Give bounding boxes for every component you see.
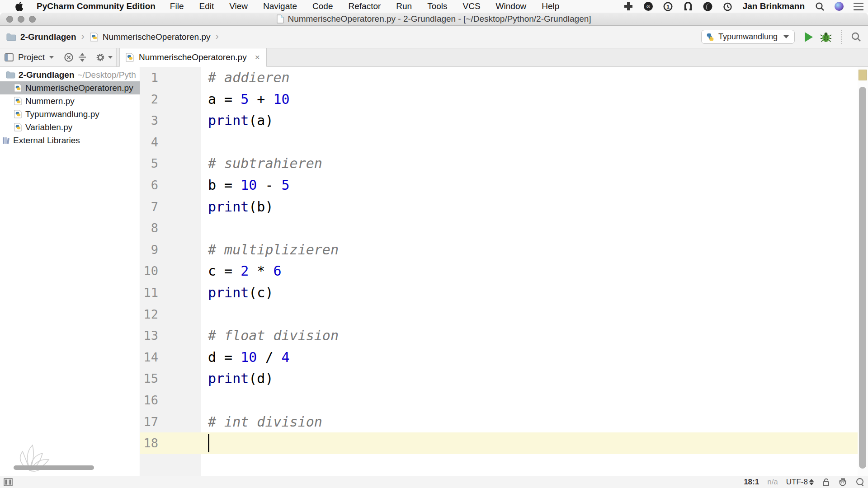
line-number: 17 [140,411,158,433]
editor-tab-strip: NummerischeOperatoren.py × [116,48,868,67]
navigation-toolbar: 2-Grundlagen › NummerischeOperatoren.py … [0,26,868,48]
breadcrumb-separator: › [81,31,85,42]
run-button[interactable] [805,32,813,42]
folder-icon [6,33,16,41]
tree-item-label: Nummern.py [25,96,75,106]
python-file-icon [14,97,22,105]
dark-circle-icon[interactable] [703,1,713,11]
code-line[interactable]: # multiplizieren [202,239,858,261]
breadcrumb-file[interactable]: NummerischeOperatoren.py [103,32,211,42]
project-tool-title[interactable]: Project [18,52,45,62]
chevron-down-icon[interactable] [108,56,113,59]
code-line[interactable]: # addieren [202,67,858,89]
file-encoding[interactable]: UTF-8 [786,478,814,487]
menu-navigate[interactable]: Navigate [263,1,297,11]
caret-position[interactable]: 18:1 [744,478,759,487]
folder-icon [6,71,15,79]
warning-stripe-marker[interactable] [859,70,867,80]
tree-item-label: NummerischeOperatoren.py [25,83,133,93]
menu-file[interactable]: File [170,1,184,11]
close-tab-icon[interactable]: × [255,52,260,62]
code-line[interactable]: b = 10 - 5 [202,174,858,196]
code-line[interactable]: print(c) [202,282,858,304]
time-machine-icon[interactable] [723,1,733,11]
breadcrumb-separator: › [216,31,219,42]
event-log-icon[interactable] [855,478,864,487]
menu-edit[interactable]: Edit [199,1,214,11]
line-number: 16 [140,389,158,411]
libraries-icon [2,136,10,145]
code-line[interactable]: # subtrahieren [202,153,858,174]
line-number: 4 [140,131,158,153]
line-number: 6 [140,174,158,196]
collapse-expand-icon[interactable] [78,52,86,62]
tree-item-label: Variablen.py [25,122,72,132]
breadcrumb-folder[interactable]: 2-Grundlagen [20,32,76,42]
status-bar: 18:1 n/a UTF-8 [0,476,868,488]
code-line[interactable]: print(b) [202,196,858,218]
line-number: 1 [140,67,158,89]
menu-view[interactable]: View [229,1,248,11]
vertical-scrollbar[interactable] [859,87,866,469]
debug-button[interactable] [820,32,832,42]
tree-root-folder[interactable]: 2-Grundlagen ~/Desktop/Pyth [0,68,140,81]
menu-window[interactable]: Window [496,1,527,11]
siri-icon[interactable] [835,2,844,11]
run-configuration-select[interactable]: Typumwandlung [701,30,795,44]
code-line[interactable] [202,304,858,325]
chevron-down-icon[interactable] [49,56,54,59]
horizontal-scrollbar[interactable] [14,465,94,470]
apple-icon[interactable] [15,2,23,11]
hector-inspector-icon[interactable] [838,478,847,487]
code-line[interactable] [202,432,858,454]
menu-code[interactable]: Code [312,1,333,11]
title-file-icon [277,14,284,23]
code-line[interactable] [202,389,858,411]
line-number: 5 [140,153,158,174]
tree-item-file[interactable]: Typumwandlung.py [0,108,140,121]
notification-center-icon[interactable] [854,3,863,10]
tree-item-file[interactable]: NummerischeOperatoren.py [0,81,140,94]
menu-vcs[interactable]: VCS [463,1,481,11]
editor-tab[interactable]: NummerischeOperatoren.py × [119,48,267,67]
locate-file-icon[interactable] [64,52,74,62]
tree-item-external-libraries[interactable]: External Libraries [0,134,140,147]
unlock-icon[interactable] [822,478,830,487]
main-area: 2-Grundlagen ~/Desktop/Pyth NummerischeO… [0,67,868,476]
code-line[interactable]: c = 2 * 6 [202,260,858,282]
tree-item-file[interactable]: Variablen.py [0,121,140,134]
macos-menu-bar: PyCharm Community Edition FileEditViewNa… [0,0,868,13]
svg-text:∞: ∞ [646,3,651,9]
search-everywhere-icon[interactable] [851,32,862,42]
settings-gear-icon[interactable] [95,52,105,62]
code-line[interactable]: a = 5 + 10 [202,89,858,110]
code-line[interactable] [202,217,858,239]
menu-run[interactable]: Run [396,1,412,11]
code-line[interactable]: # float division [202,325,858,347]
line-separator-indicator[interactable]: n/a [767,478,778,487]
code-line[interactable]: print(d) [202,368,858,389]
code-line[interactable]: # int division [202,411,858,433]
line-number: 8 [140,217,158,239]
window-title-bar: NummerischeOperatoren.py - 2-Grundlagen … [0,13,868,26]
circle-one-icon[interactable]: 1 [663,1,673,11]
code-line[interactable]: print(a) [202,110,858,131]
toolwindow-toggle-icon[interactable] [4,478,13,486]
close-window-button[interactable] [6,16,13,23]
menu-bar-user-name[interactable]: Jan Brinkmann [743,1,805,11]
magnet-icon[interactable] [683,1,693,11]
spotlight-search-icon[interactable] [815,1,825,11]
code-line[interactable]: d = 10 / 4 [202,347,858,368]
plus-tray-icon[interactable] [623,1,633,11]
updown-arrows-icon [809,479,814,485]
zoom-window-button[interactable] [29,16,36,23]
code-line[interactable] [202,131,858,153]
menu-tools[interactable]: Tools [427,1,447,11]
editor-code-area[interactable]: # addierena = 5 + 10print(a)# subtrahier… [202,67,858,476]
app-name[interactable]: PyCharm Community Edition [37,1,156,11]
menu-refactor[interactable]: Refactor [349,1,381,11]
adobe-cc-icon[interactable]: ∞ [643,1,653,11]
minimize-window-button[interactable] [18,16,24,23]
menu-help[interactable]: Help [542,1,559,11]
tree-item-file[interactable]: Nummern.py [0,94,140,108]
